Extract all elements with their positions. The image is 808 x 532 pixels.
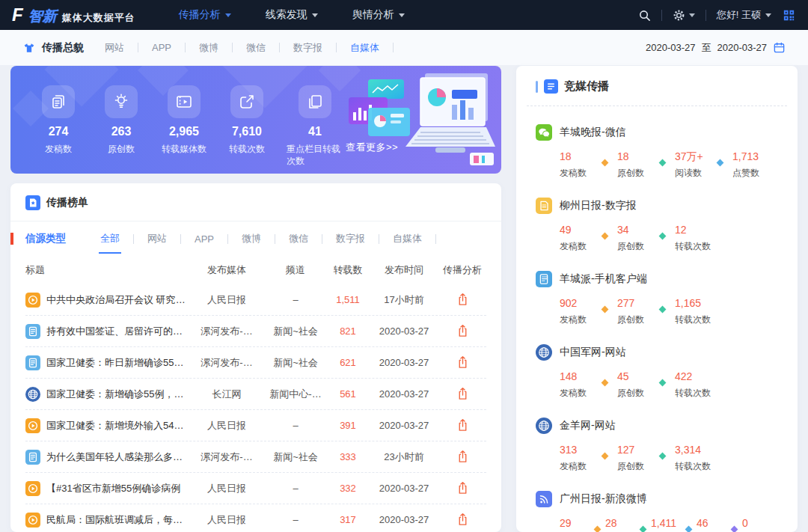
stat-label: 转载次数 xyxy=(675,387,711,400)
analysis-export-icon[interactable] xyxy=(456,292,469,306)
competitor-name[interactable]: 羊城派-手机客户端 xyxy=(560,272,647,286)
stat-value: 422 xyxy=(675,370,711,382)
filter-tab-自媒体[interactable]: 自媒体 xyxy=(391,229,448,248)
section-tabs-bar: 传播总貌 网站 APP 微博 微信 数字报 自媒体 2020-03-27 至 2… xyxy=(0,30,808,65)
article-title[interactable]: 国家卫健委：昨日新增确诊55例… xyxy=(46,356,189,370)
user-menu[interactable]: 您好! 王硕 xyxy=(717,8,771,22)
divider xyxy=(138,43,138,52)
competitor-name[interactable]: 中国军网-网站 xyxy=(560,346,626,359)
chevron-down-icon xyxy=(689,13,695,17)
competitor-name[interactable]: 金羊网-网站 xyxy=(560,419,616,432)
stat-value: 263 xyxy=(111,125,132,138)
stat-value: 1,411 xyxy=(651,517,681,529)
analysis-export-icon[interactable] xyxy=(456,323,469,337)
competitor-name[interactable]: 柳州日报-数字报 xyxy=(560,199,637,213)
divider xyxy=(661,10,662,21)
publish-time: 2020-03-27 xyxy=(370,483,438,494)
tab-overview[interactable]: 传播总貌 xyxy=(22,41,84,55)
analysis-export-icon[interactable] xyxy=(456,355,469,369)
stat-label: 转载次数 xyxy=(675,314,711,326)
diamond-separator xyxy=(602,306,609,314)
repost-count: 1,511 xyxy=(326,294,370,305)
article-title[interactable]: 民航局：国际航班调减后，每天… xyxy=(46,513,189,527)
competitor-name[interactable]: 羊城晚报-微信 xyxy=(560,126,626,139)
article-title[interactable]: 【#31省区市新增55例确诊病例 xyxy=(46,482,180,495)
calendar-icon[interactable] xyxy=(773,41,786,54)
filter-tab-网站[interactable]: 网站 xyxy=(146,229,193,248)
article-title[interactable]: 国家卫健委：新增确诊55例，其… xyxy=(46,388,189,401)
settings-dropdown[interactable] xyxy=(673,9,695,22)
ranking-doc-icon xyxy=(25,195,40,210)
filter-tab-全部[interactable]: 全部 xyxy=(99,229,146,248)
competitor-entry: 柳州日报-数字报 49 发稿数 34 原创数 12 转载次数 xyxy=(536,198,778,253)
stat: 49 发稿数 xyxy=(560,224,593,253)
diamond-separator xyxy=(659,453,667,460)
table-row: 国家卫健委：昨日新增确诊55例… 漯河发布-… 新闻~社会 621 2020-0… xyxy=(25,347,486,379)
analysis-export-icon[interactable] xyxy=(456,386,469,400)
table-row: 民航局：国际航班调减后，每天… 人民日报 – 317 2020-03-27 xyxy=(25,504,486,532)
repost-count: 561 xyxy=(326,388,370,400)
diamond-separator xyxy=(731,526,738,532)
ranking-card: 传播榜单 信源类型 全部 网站 APP 微博 微信 数字报 自媒体 标题发布媒体… xyxy=(10,183,501,532)
diamond-separator xyxy=(602,159,609,167)
publish-media: 人民日报 xyxy=(189,513,265,527)
channel: – xyxy=(265,420,326,431)
analysis-export-icon[interactable] xyxy=(456,418,469,432)
divider xyxy=(279,43,280,52)
media-tab-数字报[interactable]: 数字报 xyxy=(292,38,349,58)
diamond-separator xyxy=(659,306,667,314)
nav-menu-item-传播分析[interactable]: 传播分析 xyxy=(179,8,231,22)
table-row: 持有效中国签证、居留许可的外… 漯河发布-… 新闻~社会 821 2020-03… xyxy=(25,316,486,347)
analysis-export-icon[interactable] xyxy=(456,480,469,495)
competitor-name[interactable]: 广州日报-新浪微博 xyxy=(560,492,647,506)
analysis-export-icon[interactable] xyxy=(456,512,469,526)
app-logo[interactable]: F 智新 媒体大数据平台 xyxy=(12,0,135,30)
publish-media: 漯河发布-… xyxy=(189,450,265,464)
filter-tab-数字报[interactable]: 数字报 xyxy=(334,229,391,248)
column-header: 标题 xyxy=(25,263,189,277)
filter-tab-微信[interactable]: 微信 xyxy=(287,229,334,248)
stat-value: 274 xyxy=(49,125,69,138)
divider xyxy=(180,234,181,244)
stat-label: 原创数 xyxy=(617,240,650,253)
filter-tab-APP[interactable]: APP xyxy=(193,230,240,248)
nav-menu-item-线索发现[interactable]: 线索发现 xyxy=(266,8,318,22)
banner-stat: 7,610 转载次数 xyxy=(218,85,275,167)
article-title[interactable]: 中共中央政治局召开会议 研究部署 xyxy=(46,293,189,307)
nav-menu-item-舆情分析[interactable]: 舆情分析 xyxy=(352,8,405,22)
tab-label: 数字报 xyxy=(334,229,367,248)
diamond-separator xyxy=(640,526,647,532)
publish-time: 23小时前 xyxy=(370,450,438,464)
date-start: 2020-03-27 xyxy=(646,42,696,53)
stat: 422 转载次数 xyxy=(675,370,711,400)
tab-label: APP xyxy=(193,230,215,248)
article-title[interactable]: 持有效中国签证、居留许可的外… xyxy=(46,325,189,338)
stat-value: 1,713 xyxy=(732,150,765,162)
stat-value: 41 xyxy=(308,125,322,138)
date-range[interactable]: 2020-03-27 至 2020-03-27 xyxy=(646,41,786,55)
media-tab-APP[interactable]: APP xyxy=(150,39,198,56)
article-title[interactable]: 为什么美国年轻人感染那么多？… xyxy=(46,450,189,464)
column-header: 频道 xyxy=(265,263,326,277)
media-tab-网站[interactable]: 网站 xyxy=(103,38,150,58)
media-tab-微博[interactable]: 微博 xyxy=(198,38,245,58)
stat: 34 原创数 xyxy=(617,224,650,253)
analysis-export-icon[interactable] xyxy=(456,449,469,463)
search-icon[interactable] xyxy=(638,9,651,22)
stat: 37万+ 阅读数 xyxy=(675,150,708,180)
logo-brand-text: 智新 xyxy=(28,7,57,26)
app-badge-icon xyxy=(25,324,40,339)
table-header: 标题发布媒体频道转载数发布时间传播分析 xyxy=(25,256,486,284)
media-tab-微信[interactable]: 微信 xyxy=(245,38,292,58)
channel: – xyxy=(265,514,326,525)
stat-value: 49 xyxy=(560,224,593,236)
filter-tab-微博[interactable]: 微博 xyxy=(240,229,287,248)
stat-value: 1,165 xyxy=(675,297,711,309)
media-tab-自媒体[interactable]: 自媒体 xyxy=(349,38,405,58)
copy-icon xyxy=(299,85,331,118)
tab-label: 微信 xyxy=(245,38,267,58)
menu-label: 传播分析 xyxy=(179,8,221,22)
qr-code-icon[interactable] xyxy=(782,8,796,22)
article-title[interactable]: 国家卫健委：新增境外输入54例 … xyxy=(46,419,189,432)
menu-label: 舆情分析 xyxy=(352,8,394,22)
